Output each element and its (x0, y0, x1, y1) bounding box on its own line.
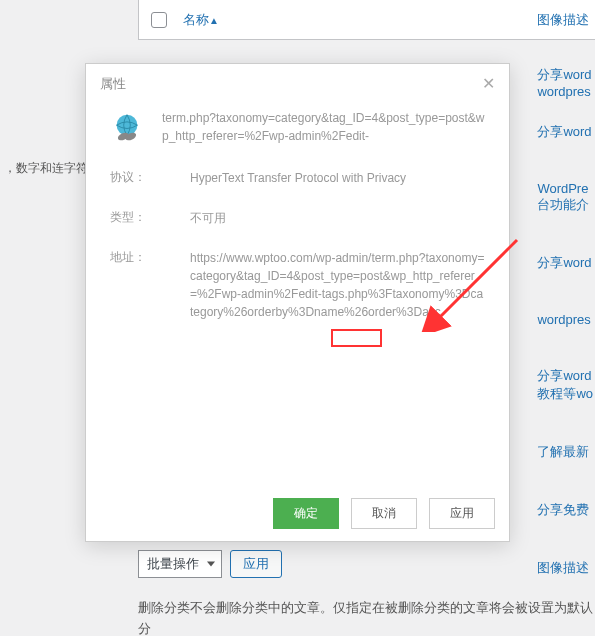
cancel-button[interactable]: 取消 (351, 498, 417, 529)
dialog-title: 属性 (100, 75, 126, 93)
protocol-label: 协议： (110, 169, 190, 187)
url-preview-text: term.php?taxonomy=category&tag_ID=4&post… (162, 109, 485, 145)
address-value: https://www.wptoo.com/wp-admin/term.php?… (190, 249, 485, 321)
id-highlight-annotation (331, 329, 382, 347)
type-label: 类型： (110, 209, 190, 227)
modal-overlay: 属性 ✕ term.php?taxonomy=category&tag_ID=4… (0, 0, 595, 636)
address-label: 地址： (110, 249, 190, 321)
apply-button[interactable]: 应用 (429, 498, 495, 529)
globe-link-icon (110, 111, 144, 145)
type-value: 不可用 (190, 209, 226, 227)
properties-dialog: 属性 ✕ term.php?taxonomy=category&tag_ID=4… (85, 63, 510, 542)
close-icon[interactable]: ✕ (482, 74, 495, 93)
svg-point-0 (117, 115, 138, 136)
protocol-value: HyperText Transfer Protocol with Privacy (190, 169, 406, 187)
ok-button[interactable]: 确定 (273, 498, 339, 529)
